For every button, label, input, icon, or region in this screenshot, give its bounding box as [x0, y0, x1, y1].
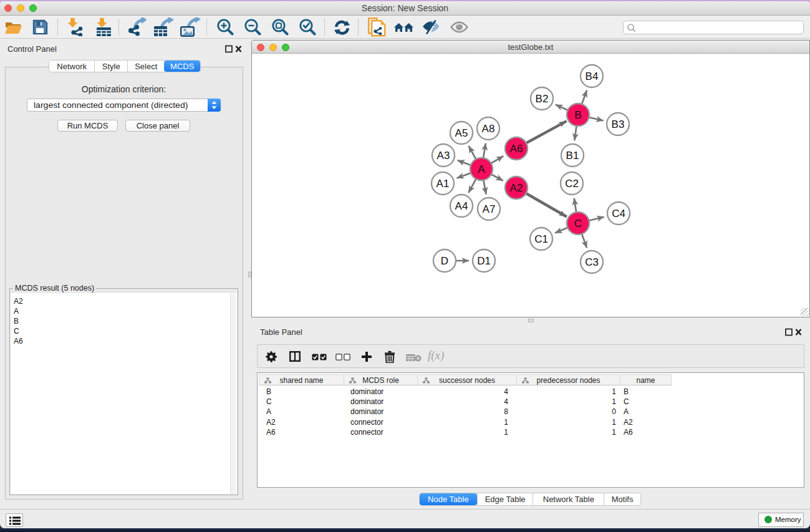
svg-text:A: A: [478, 163, 485, 175]
svg-text:B4: B4: [586, 70, 599, 82]
svg-text:C3: C3: [585, 256, 599, 268]
svg-text:A4: A4: [455, 200, 468, 212]
svg-text:B: B: [574, 109, 581, 121]
svg-text:A8: A8: [482, 123, 495, 135]
svg-text:C2: C2: [565, 178, 579, 190]
svg-text:D1: D1: [477, 255, 491, 267]
svg-text:B2: B2: [536, 93, 549, 105]
svg-text:D: D: [441, 255, 448, 267]
svg-text:C4: C4: [612, 208, 625, 220]
svg-text:A7: A7: [483, 203, 496, 215]
svg-text:B3: B3: [612, 118, 625, 130]
svg-text:A6: A6: [510, 143, 523, 155]
svg-text:B1: B1: [566, 150, 579, 162]
svg-text:A1: A1: [436, 178, 450, 190]
svg-text:A2: A2: [510, 182, 523, 194]
svg-text:C1: C1: [534, 233, 548, 245]
svg-text:A3: A3: [437, 150, 450, 162]
svg-text:A5: A5: [455, 127, 468, 139]
svg-text:C: C: [574, 218, 582, 230]
